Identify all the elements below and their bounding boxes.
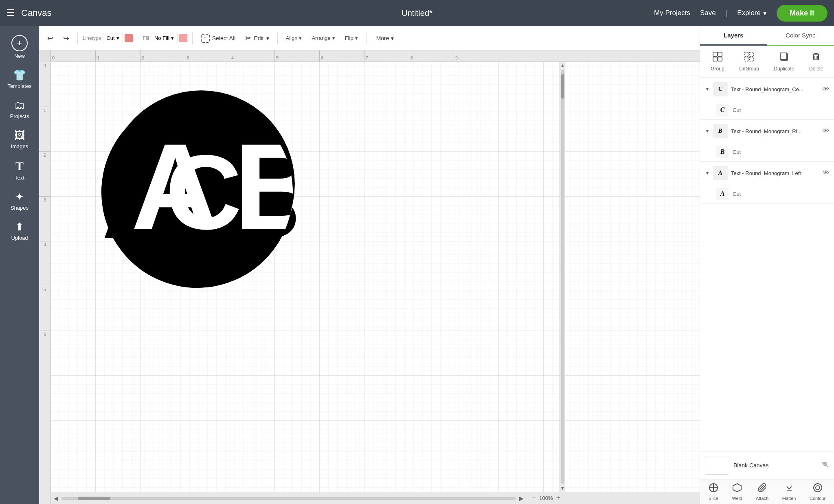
toolbar-divider-2 (138, 32, 138, 44)
more-label: More (376, 35, 389, 42)
sidebar-item-text[interactable]: T Text (3, 155, 36, 185)
flip-label: Flip (345, 35, 353, 41)
monogram-display[interactable]: A B C (99, 82, 303, 304)
slice-button[interactable]: Slice (709, 483, 718, 501)
fill-group: Fill No Fill ▾ (143, 33, 187, 43)
arrange-button[interactable]: Arrange ▾ (308, 33, 338, 43)
svg-rect-14 (713, 52, 717, 56)
tab-layers[interactable]: Layers (700, 26, 767, 46)
chevron-down-icon: ▾ (391, 35, 394, 42)
sidebar-item-upload[interactable]: ⬆ Upload (3, 217, 36, 245)
canvas-area: ↩ ↪ Linetype Cut ▾ Fill No Fill (39, 26, 700, 504)
undo-button[interactable]: ↩ (44, 32, 57, 44)
scroll-track[interactable] (561, 70, 564, 484)
contour-label: Contour (810, 496, 825, 501)
layer-thumbnail-3: A (713, 166, 728, 180)
canvas-grid[interactable]: A C B (50, 62, 700, 492)
expand-icon[interactable]: ▼ (705, 128, 710, 134)
weld-button[interactable]: Weld (732, 483, 742, 501)
make-it-button[interactable]: Make It (777, 5, 827, 22)
delete-button[interactable]: Delete (806, 50, 827, 73)
contour-button[interactable]: Contour (810, 483, 825, 501)
delete-icon (811, 51, 821, 64)
tab-color-sync[interactable]: Color Sync (767, 26, 834, 45)
scroll-up-button[interactable]: ▲ (560, 63, 565, 68)
zoom-out-button[interactable]: − (532, 494, 536, 502)
project-title[interactable]: Untitled* (402, 9, 432, 18)
scroll-right-button[interactable]: ▶ (516, 495, 527, 502)
align-button[interactable]: Align ▾ (283, 33, 305, 43)
save-button[interactable]: Save (700, 9, 716, 17)
flatten-icon (784, 483, 794, 495)
edit-button[interactable]: ✂ Edit ▾ (242, 32, 272, 44)
layer-group-3: ▼ A Text - Round_Monogram_Left 👁 A Cut (700, 162, 834, 204)
select-all-button[interactable]: ✦ Select All (198, 32, 239, 44)
eye-icon-1[interactable]: 👁 (823, 85, 829, 93)
layer-sub-label-3: Cut (733, 191, 741, 197)
svg-rect-20 (745, 57, 749, 61)
sidebar-item-new[interactable]: + New (3, 31, 36, 63)
right-tabs: Layers Color Sync (700, 26, 834, 46)
ruler-tick: 3 (39, 196, 50, 241)
explore-button[interactable]: Explore ▾ (737, 9, 767, 18)
attach-button[interactable]: Attach (756, 483, 768, 501)
duplicate-button[interactable]: Duplicate (770, 50, 797, 73)
sidebar-item-shapes[interactable]: ✦ Shapes (3, 186, 36, 215)
expand-icon[interactable]: ▼ (705, 170, 710, 176)
hidden-eye-icon[interactable] (821, 461, 829, 470)
group-button[interactable]: Group (707, 50, 727, 73)
edit-icon: ✂ (245, 34, 251, 43)
linetype-select[interactable]: Cut ▾ (103, 33, 123, 43)
slice-icon (709, 483, 718, 495)
layer-header-3[interactable]: ▼ A Text - Round_Monogram_Left 👁 (700, 162, 834, 184)
sidebar-item-label-new: New (14, 53, 25, 59)
ruler-tick: 5 (274, 50, 319, 62)
toolbar-divider-4 (277, 32, 278, 44)
scroll-down-button[interactable]: ▼ (560, 485, 565, 491)
layer-title-3: Text - Round_Monogram_Left (731, 170, 819, 176)
zoom-in-button[interactable]: + (556, 494, 560, 502)
ungroup-label: UnGroup (739, 66, 759, 72)
vertical-scrollbar[interactable]: ▲ ▼ (560, 62, 565, 492)
eye-icon-2[interactable]: 👁 (823, 127, 829, 135)
svg-rect-18 (745, 52, 749, 56)
sidebar-item-templates[interactable]: 👕 Templates (3, 65, 36, 93)
canvas-wrapper[interactable]: 0 1 2 3 4 5 6 7 8 9 0 1 2 3 (39, 50, 700, 504)
flatten-button[interactable]: Flatten (782, 483, 796, 501)
chevron-down-icon: ▾ (266, 35, 269, 42)
select-all-label: Select All (212, 35, 236, 42)
fill-color-swatch[interactable] (179, 34, 187, 42)
linetype-color-swatch[interactable] (125, 34, 133, 42)
expand-icon[interactable]: ▼ (705, 86, 710, 92)
ruler-tick: 5 (39, 286, 50, 331)
fill-label: Fill (143, 35, 149, 41)
ungroup-button[interactable]: UnGroup (736, 50, 762, 73)
sidebar-item-projects[interactable]: 🗂 Projects (3, 95, 36, 123)
eye-icon-3[interactable]: 👁 (823, 169, 829, 177)
sidebar-item-images[interactable]: 🖼 Images (3, 125, 36, 153)
nav-right: My Projects Save | Explore ▾ Make It (654, 5, 827, 22)
main-layout: + New 👕 Templates 🗂 Projects 🖼 Images T … (0, 26, 834, 504)
horizontal-scroll-thumb[interactable] (78, 497, 110, 500)
layer-header-2[interactable]: ▼ B Text - Round_Monogram_Ri... 👁 (700, 120, 834, 142)
svg-rect-23 (780, 53, 787, 59)
my-projects-button[interactable]: My Projects (654, 9, 690, 17)
redo-icon: ↪ (63, 34, 69, 43)
fill-select[interactable]: No Fill ▾ (151, 33, 178, 43)
shapes-icon: ✦ (15, 191, 24, 203)
plus-icon: + (17, 38, 22, 48)
sidebar-item-label-text: Text (15, 175, 24, 181)
redo-button[interactable]: ↪ (60, 32, 72, 44)
hamburger-icon[interactable]: ☰ (7, 8, 15, 18)
upload-icon: ⬆ (15, 221, 24, 233)
svg-text:B: B (234, 118, 303, 255)
horizontal-scroll-track[interactable] (61, 497, 516, 500)
ruler-tick: 2 (39, 151, 50, 196)
contour-icon (813, 483, 823, 495)
ungroup-icon (744, 51, 755, 64)
scroll-left-button[interactable]: ◀ (50, 495, 61, 502)
scroll-thumb[interactable] (561, 74, 564, 99)
more-button[interactable]: More ▾ (371, 33, 399, 43)
layer-header-1[interactable]: ▼ C Text - Round_Monogram_Ce... 👁 (700, 78, 834, 101)
flip-button[interactable]: Flip ▾ (342, 33, 361, 43)
